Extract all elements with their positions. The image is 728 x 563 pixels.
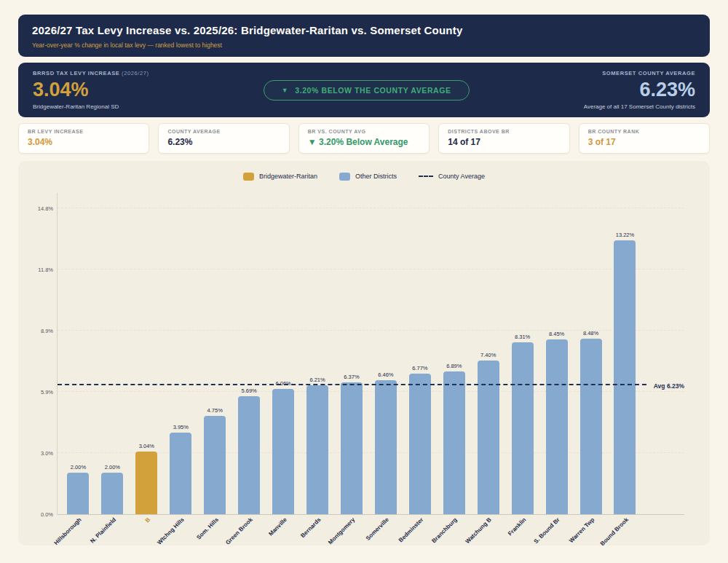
x-axis-category-label: Somerville [365,516,390,542]
x-axis-category-label: Bedminster [397,516,424,543]
stat-card-0: BR LEVY INCREASE3.04% [18,123,149,154]
x-axis-category-label: Manville [267,516,288,538]
x-axis-category-label: Watchung B [464,516,493,545]
bar-hillsborough: 2.00% [67,473,89,514]
legend-item-1: Other Districts [339,173,397,181]
legend-label: Other Districts [355,173,397,180]
x-axis-category-label: S. Bound Br [533,516,561,545]
legend-swatch-icon [243,173,254,181]
legend-item-2: County Average [419,173,485,180]
stat-card-value: 3 of 17 [588,137,700,147]
county-label: SOMERSET COUNTY AVERAGE [584,70,695,76]
bar-slot-6: 6.06%Manville [266,193,301,514]
stat-card-label: BR VS. COUNTY AVG [308,129,420,134]
plot-area: 0.0%3.0%5.9%8.9%11.8%14.8%2.00%Hillsboro… [57,193,684,515]
chart-legend: Bridgewater-RaritanOther DistrictsCounty… [18,170,710,183]
bar-slot-8: 6.37%Montgomery [335,193,369,514]
bar-slot-0: 2.00%Hillsborough [61,193,95,514]
stat-card-value: 6.23% [167,137,280,147]
y-axis-tick-2: 5.9% [41,388,53,395]
bar-value-label: 5.69% [242,387,257,394]
y-axis-tick-0: 0.0% [41,511,53,518]
x-axis-category-label: Green Brook [224,516,254,546]
down-triangle-icon: ▼ [282,87,289,94]
bar-slot-2: 3.04%B [130,193,164,514]
bar-slot-13: 8.31%Franklin [505,193,539,514]
summary-band: BRRSD TAX LEVY INCREASE (2026/27) 3.04% … [18,63,710,117]
header-banner: 2026/27 Tax Levy Increase vs. 2025/26: B… [18,15,710,57]
brrsd-value: 3.04% [33,79,149,101]
county-caption: Average of all 17 Somerset County distri… [584,103,695,110]
brrsd-caption: Bridgewater-Raritan Regional SD [33,103,149,110]
bar-s-bound-br: 8.45% [546,339,568,514]
bar-value-label: 6.77% [412,365,427,371]
brrsd-label: BRRSD TAX LEVY INCREASE (2026/27) [33,70,149,76]
below-average-badge-text: 3.20% BELOW THE COUNTY AVERAGE [295,86,451,95]
bar-slot-11: 6.89%Branchburg [437,193,471,514]
stat-card-label: COUNTY AVERAGE [167,129,280,134]
x-axis-category-label: Wtchng Hills [156,516,186,546]
stat-cards-row: BR LEVY INCREASE3.04%COUNTY AVERAGE6.23%… [18,123,710,154]
bar-slot-7: 6.21%Bernards [301,193,335,514]
stat-card-1: COUNTY AVERAGE6.23% [158,123,289,154]
x-axis-category-label: Hillsborough [53,516,83,546]
brrsd-period: (2026/27) [122,70,149,76]
bar-slot-15: 8.48%Warren Twp [574,193,608,514]
bar-bound-brook: 13.22% [614,240,636,514]
bar-value-label: 13.22% [616,232,634,238]
bar-b: 3.04% [135,452,157,514]
bar-slot-3: 3.95%Wtchng Hills [164,193,198,514]
bar-value-label: 6.46% [378,371,393,378]
stat-card-3: DISTRICTS ABOVE BR14 of 17 [438,123,569,154]
legend-label: Bridgewater-Raritan [259,173,317,180]
bar-slot-1: 2.00%N. Plainfield [95,193,130,514]
x-axis-category-label: Branchburg [431,516,459,544]
bar-value-label: 6.21% [309,377,325,383]
x-axis-category-label: Franklin [507,516,527,537]
legend-dash-icon [419,176,433,177]
stat-card-4: BR COUNTY RANK3 of 17 [579,123,710,154]
x-axis-category-label: Montgomery [327,516,356,546]
bar-manville: 6.06% [272,389,294,514]
stat-card-label: DISTRICTS ABOVE BR [448,129,560,134]
stat-card-value: 3.04% [28,137,140,147]
bar-value-label: 2.00% [105,464,120,471]
bar-slot-12: 7.40%Watchung B [471,193,505,514]
bars-container: 2.00%Hillsborough2.00%N. Plainfield3.04%… [61,193,642,514]
county-average-line [58,384,646,385]
bar-slot-4: 4.75%Som. Hills [198,193,232,514]
bar-value-label: 4.75% [207,407,223,414]
x-axis-category-label: Bound Brook [599,516,630,547]
page-subtitle: Year-over-year % change in local tax lev… [32,42,696,49]
bar-slot-16: 13.22%Bound Brook [608,193,642,514]
plot-canvas: 0.0%3.0%5.9%8.9%11.8%14.8%2.00%Hillsboro… [57,193,684,515]
y-axis-tick-5: 14.8% [38,205,53,211]
bar-n-plainfield: 2.00% [101,473,123,514]
brrsd-label-text: BRRSD TAX LEVY INCREASE [33,70,119,76]
x-axis-category-label: B [143,516,151,524]
y-axis-tick-1: 3.0% [41,449,53,456]
bar-somerville: 6.46% [375,380,397,514]
x-axis-category-label: Som. Hills [195,516,220,541]
legend-swatch-icon [339,173,350,181]
y-axis-tick-3: 8.9% [41,327,53,334]
bar-value-label: 7.40% [480,352,496,358]
stat-card-value: ▼ 3.20% Below Average [308,137,420,147]
below-average-badge: ▼ 3.20% BELOW THE COUNTY AVERAGE [264,80,470,101]
brrsd-summary: BRRSD TAX LEVY INCREASE (2026/27) 3.04% … [33,70,149,110]
bar-value-label: 8.48% [583,330,598,336]
bar-slot-10: 6.77%Bedminster [403,193,437,514]
bar-value-label: 6.37% [344,374,359,380]
bar-green-brook: 5.69% [238,396,260,514]
bar-warren-twp: 8.48% [580,339,602,514]
county-value: 6.23% [584,79,695,101]
county-average-label: Avg 6.23% [654,382,684,390]
stat-card-label: BR COUNTY RANK [588,129,700,134]
bar-bernards: 6.21% [306,385,328,514]
bar-slot-9: 6.46%Somerville [368,193,403,514]
bar-value-label: 8.45% [549,331,564,337]
x-axis-category-label: Bernards [299,516,322,539]
bar-value-label: 6.89% [446,363,462,369]
legend-label: County Average [438,173,485,180]
x-axis-category-label: N. Plainfield [89,516,117,545]
